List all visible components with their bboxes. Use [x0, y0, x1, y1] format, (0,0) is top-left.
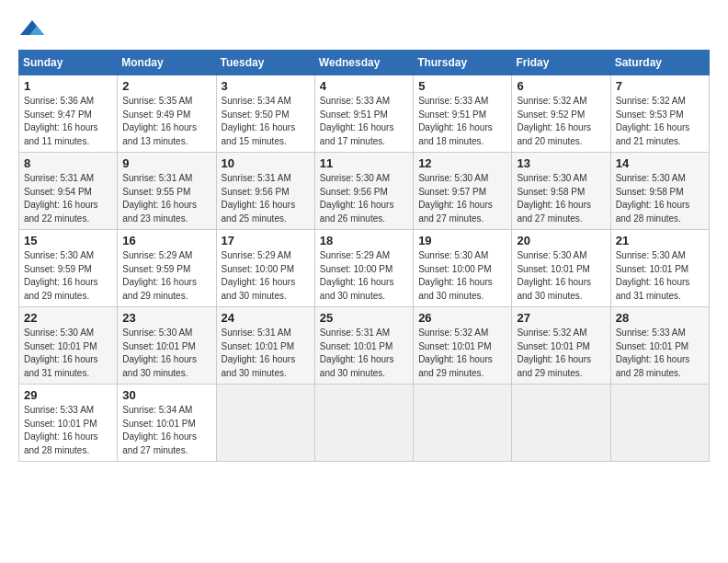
sunrise-label: Sunrise: 5:31 AM [122, 173, 192, 183]
daylight-label: Daylight: 16 hours [418, 200, 493, 210]
day-info: Sunrise: 5:31 AM Sunset: 9:54 PM Dayligh… [24, 172, 112, 225]
day-number: 7 [616, 79, 704, 93]
day-of-week-header: Thursday [414, 51, 512, 75]
daylight-label: Daylight: 16 hours [616, 277, 690, 287]
calendar-day-cell: 16 Sunrise: 5:29 AM Sunset: 9:59 PM Dayl… [118, 230, 216, 307]
day-number: 27 [517, 311, 605, 325]
daylight-label: Daylight: 16 hours [616, 354, 690, 364]
sunset-label: Sunset: 10:00 PM [320, 264, 393, 274]
daylight-label: Daylight: 16 hours [320, 200, 394, 210]
calendar-day-cell: 7 Sunrise: 5:32 AM Sunset: 9:53 PM Dayli… [610, 75, 709, 153]
daylight-label: Daylight: 16 hours [418, 354, 493, 364]
day-number: 6 [517, 79, 605, 93]
sunrise-label: Sunrise: 5:34 AM [222, 96, 291, 106]
day-info: Sunrise: 5:31 AM Sunset: 9:56 PM Dayligh… [222, 172, 310, 225]
sunset-label: Sunset: 10:01 PM [122, 419, 196, 429]
calendar-day-cell: 23 Sunrise: 5:30 AM Sunset: 10:01 PM Day… [118, 307, 216, 385]
day-number: 15 [24, 234, 112, 247]
day-number: 21 [616, 234, 704, 247]
calendar-day-cell: 22 Sunrise: 5:30 AM Sunset: 10:01 PM Day… [19, 307, 118, 385]
day-number: 12 [418, 156, 506, 170]
calendar-week-row: 15 Sunrise: 5:30 AM Sunset: 9:59 PM Dayl… [19, 230, 710, 307]
day-number: 2 [122, 79, 210, 93]
day-info: Sunrise: 5:30 AM Sunset: 10:01 PM Daylig… [517, 249, 605, 303]
sunset-label: Sunset: 9:59 PM [122, 264, 190, 274]
daylight-label: Daylight: 16 hours [320, 122, 394, 132]
day-number: 22 [24, 311, 112, 325]
calendar-day-cell: 18 Sunrise: 5:29 AM Sunset: 10:00 PM Day… [314, 230, 413, 307]
day-info: Sunrise: 5:32 AM Sunset: 9:53 PM Dayligh… [616, 95, 704, 148]
sunset-label: Sunset: 10:01 PM [24, 419, 97, 429]
day-info: Sunrise: 5:30 AM Sunset: 9:56 PM Dayligh… [320, 172, 408, 225]
calendar-day-cell: 9 Sunrise: 5:31 AM Sunset: 9:55 PM Dayli… [118, 153, 216, 230]
day-info: Sunrise: 5:29 AM Sunset: 9:59 PM Dayligh… [122, 249, 210, 303]
calendar-day-cell [216, 385, 314, 462]
day-info: Sunrise: 5:30 AM Sunset: 10:01 PM Daylig… [122, 327, 210, 380]
sunset-label: Sunset: 10:00 PM [418, 264, 492, 274]
daylight-minutes: and 28 minutes. [24, 445, 89, 455]
daylight-minutes: and 30 minutes. [122, 368, 188, 378]
day-of-week-header: Wednesday [314, 51, 413, 75]
calendar-day-cell: 30 Sunrise: 5:34 AM Sunset: 10:01 PM Day… [118, 385, 216, 462]
sunrise-label: Sunrise: 5:30 AM [418, 173, 488, 183]
daylight-label: Daylight: 16 hours [24, 431, 98, 442]
calendar-day-cell: 1 Sunrise: 5:36 AM Sunset: 9:47 PM Dayli… [19, 75, 118, 153]
daylight-label: Daylight: 16 hours [616, 200, 690, 210]
daylight-minutes: and 27 minutes. [122, 445, 188, 455]
sunrise-label: Sunrise: 5:33 AM [616, 327, 686, 338]
calendar-day-cell: 13 Sunrise: 5:30 AM Sunset: 9:58 PM Dayl… [512, 153, 610, 230]
sunset-label: Sunset: 9:57 PM [418, 187, 486, 197]
sunrise-label: Sunrise: 5:36 AM [24, 96, 94, 106]
daylight-minutes: and 27 minutes. [418, 213, 483, 224]
daylight-label: Daylight: 16 hours [122, 200, 197, 210]
sunrise-label: Sunrise: 5:30 AM [24, 327, 94, 338]
sunrise-label: Sunrise: 5:30 AM [24, 250, 94, 260]
daylight-minutes: and 31 minutes. [616, 291, 681, 301]
day-number: 4 [320, 79, 408, 93]
sunrise-label: Sunrise: 5:30 AM [122, 327, 192, 338]
sunrise-label: Sunrise: 5:30 AM [418, 250, 488, 260]
daylight-minutes: and 21 minutes. [616, 136, 681, 146]
day-info: Sunrise: 5:33 AM Sunset: 9:51 PM Dayligh… [320, 95, 408, 148]
day-number: 3 [222, 79, 310, 93]
day-info: Sunrise: 5:34 AM Sunset: 9:50 PM Dayligh… [222, 95, 310, 148]
day-number: 25 [320, 311, 408, 325]
daylight-label: Daylight: 16 hours [24, 354, 98, 364]
calendar-week-row: 29 Sunrise: 5:33 AM Sunset: 10:01 PM Day… [19, 385, 710, 462]
calendar-day-cell: 21 Sunrise: 5:30 AM Sunset: 10:01 PM Day… [610, 230, 709, 307]
daylight-label: Daylight: 16 hours [122, 431, 197, 442]
daylight-minutes: and 28 minutes. [616, 213, 681, 224]
day-number: 9 [122, 156, 210, 170]
day-info: Sunrise: 5:30 AM Sunset: 10:01 PM Daylig… [24, 327, 112, 380]
day-number: 30 [122, 388, 210, 402]
daylight-label: Daylight: 16 hours [517, 200, 591, 210]
day-info: Sunrise: 5:31 AM Sunset: 9:55 PM Dayligh… [122, 172, 210, 225]
day-info: Sunrise: 5:34 AM Sunset: 10:01 PM Daylig… [122, 404, 210, 457]
day-number: 29 [24, 388, 112, 402]
day-number: 14 [616, 156, 704, 170]
day-of-week-header: Tuesday [216, 51, 314, 75]
calendar-day-cell: 14 Sunrise: 5:30 AM Sunset: 9:58 PM Dayl… [610, 153, 709, 230]
day-info: Sunrise: 5:29 AM Sunset: 10:00 PM Daylig… [222, 249, 310, 303]
daylight-minutes: and 29 minutes. [517, 368, 582, 378]
sunrise-label: Sunrise: 5:32 AM [418, 327, 488, 338]
daylight-minutes: and 30 minutes. [517, 291, 582, 301]
daylight-label: Daylight: 16 hours [418, 277, 493, 287]
sunrise-label: Sunrise: 5:30 AM [320, 173, 390, 183]
day-number: 20 [517, 234, 605, 247]
daylight-minutes: and 17 minutes. [320, 136, 385, 146]
daylight-minutes: and 28 minutes. [616, 368, 681, 378]
day-number: 18 [320, 234, 408, 247]
sunset-label: Sunset: 10:01 PM [418, 341, 492, 351]
calendar-day-cell: 25 Sunrise: 5:31 AM Sunset: 10:01 PM Day… [314, 307, 413, 385]
calendar-day-cell: 4 Sunrise: 5:33 AM Sunset: 9:51 PM Dayli… [314, 75, 413, 153]
page-header [18, 18, 710, 40]
daylight-label: Daylight: 16 hours [517, 122, 591, 132]
daylight-label: Daylight: 16 hours [517, 277, 591, 287]
day-info: Sunrise: 5:32 AM Sunset: 9:52 PM Dayligh… [517, 95, 605, 148]
calendar-day-cell: 29 Sunrise: 5:33 AM Sunset: 10:01 PM Day… [19, 385, 118, 462]
daylight-minutes: and 30 minutes. [418, 291, 483, 301]
sunset-label: Sunset: 9:56 PM [320, 187, 388, 197]
sunset-label: Sunset: 9:50 PM [222, 109, 290, 120]
day-info: Sunrise: 5:36 AM Sunset: 9:47 PM Dayligh… [24, 95, 112, 148]
